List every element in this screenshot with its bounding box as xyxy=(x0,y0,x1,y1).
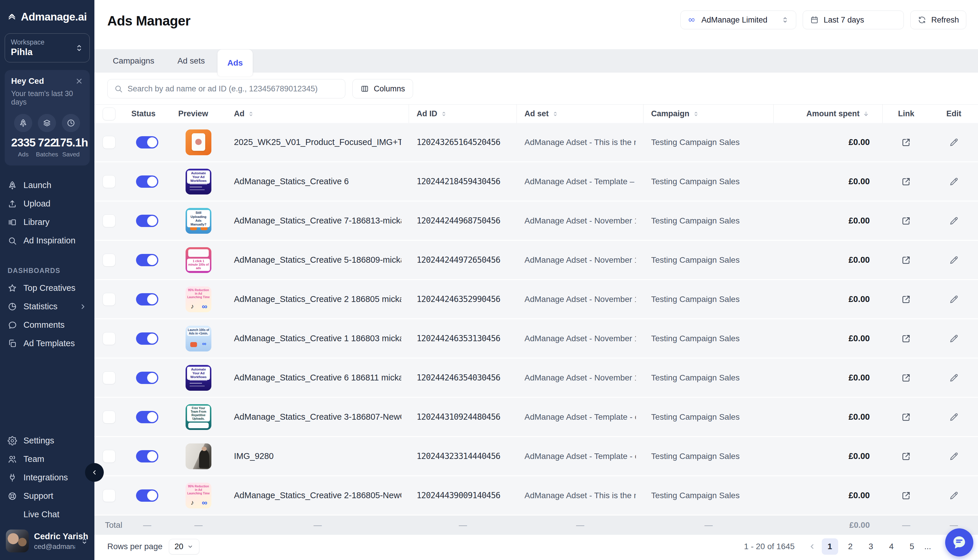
sidebar-item-settings[interactable]: Settings xyxy=(0,432,94,450)
columns-button[interactable]: Columns xyxy=(353,79,413,98)
status-toggle[interactable] xyxy=(136,136,158,148)
row-checkbox[interactable] xyxy=(103,411,115,423)
row-checkbox[interactable] xyxy=(103,253,115,267)
edit-ad-button[interactable] xyxy=(949,216,959,226)
ad-preview-thumbnail[interactable]: Automate Your Ad Workflows xyxy=(186,169,211,195)
ad-preview-thumbnail[interactable]: Free Your Team From Repetitive Uploads. xyxy=(186,404,211,430)
status-toggle[interactable] xyxy=(136,411,158,423)
workspace-selector[interactable]: Workspace Pihla xyxy=(5,33,90,62)
previous-page-button[interactable] xyxy=(806,541,818,552)
status-toggle[interactable] xyxy=(136,254,158,266)
row-checkbox[interactable] xyxy=(103,332,115,345)
edit-ad-button[interactable] xyxy=(949,373,959,383)
ad-name[interactable]: AdManage_Statics_Creative 2 186805 micka… xyxy=(234,294,401,304)
sidebar-collapse-button[interactable] xyxy=(85,463,104,482)
sidebar-item-upload[interactable]: Upload xyxy=(0,195,94,213)
status-toggle[interactable] xyxy=(136,175,158,188)
row-checkbox[interactable] xyxy=(103,214,115,227)
open-link-button[interactable] xyxy=(901,373,911,383)
ad-preview-thumbnail[interactable]: Still Uploading Ads Manually? xyxy=(186,208,211,234)
open-link-button[interactable] xyxy=(901,255,911,265)
sidebar-item-live-chat[interactable]: Live Chat xyxy=(0,505,94,524)
edit-ad-button[interactable] xyxy=(949,294,959,304)
open-link-button[interactable] xyxy=(901,177,911,187)
page-button-3[interactable]: 3 xyxy=(863,538,879,555)
ad-name[interactable]: 2025_WK25_V01_Product_Focused_IMG+TEXT_( xyxy=(234,137,401,147)
status-toggle[interactable] xyxy=(136,372,158,384)
ad-name[interactable]: AdManage_Statics_Creative 2-186805-NewCr… xyxy=(234,491,401,500)
ad-name[interactable]: IMG_9280 xyxy=(234,451,274,461)
page-button-4[interactable]: 4 xyxy=(883,538,900,555)
ad-preview-thumbnail[interactable]: 95% Reduction in Ad Launching Time xyxy=(186,483,211,508)
ad-preview-thumbnail[interactable] xyxy=(186,130,211,155)
column-header-ad-set[interactable]: Ad set xyxy=(517,105,644,123)
edit-ad-button[interactable] xyxy=(949,255,959,265)
select-all-checkbox[interactable] xyxy=(103,107,115,120)
open-link-button[interactable] xyxy=(901,451,911,461)
ad-name[interactable]: AdManage_Statics_Creative 6 186811 micka… xyxy=(234,373,401,383)
sidebar-item-support[interactable]: Support xyxy=(0,487,94,505)
edit-ad-button[interactable] xyxy=(949,333,959,343)
ad-name[interactable]: AdManage_Statics_Creative 6 xyxy=(234,177,349,186)
row-checkbox[interactable] xyxy=(103,136,115,149)
row-checkbox[interactable] xyxy=(103,293,115,306)
ad-account-selector[interactable]: AdManage Limited xyxy=(680,10,796,29)
row-checkbox[interactable] xyxy=(103,489,115,502)
tab-campaigns[interactable]: Campaigns xyxy=(102,49,165,73)
open-link-button[interactable] xyxy=(901,412,911,422)
status-toggle[interactable] xyxy=(136,332,158,345)
sidebar-item-ad-templates[interactable]: Ad Templates xyxy=(0,334,94,353)
row-checkbox[interactable] xyxy=(103,372,115,384)
sidebar-item-comments[interactable]: Comments xyxy=(0,316,94,334)
column-header-status[interactable]: Status xyxy=(124,105,171,123)
column-header-amount-spent[interactable]: Amount spent xyxy=(774,105,883,123)
column-header-preview[interactable]: Preview xyxy=(171,105,226,123)
column-header-ad[interactable]: Ad xyxy=(226,105,409,123)
status-toggle[interactable] xyxy=(136,450,158,462)
ad-name[interactable]: AdManage_Statics_Creative 7-186813-micka… xyxy=(234,216,401,225)
open-link-button[interactable] xyxy=(901,333,911,343)
edit-ad-button[interactable] xyxy=(949,451,959,461)
ad-name[interactable]: AdManage_Statics_Creative 3-186807-NewCr… xyxy=(234,412,401,422)
search-input[interactable] xyxy=(127,84,339,93)
page-button-2[interactable]: 2 xyxy=(842,538,859,555)
edit-ad-button[interactable] xyxy=(949,491,959,500)
ad-preview-thumbnail[interactable]: Automate Your Ad Workflows xyxy=(186,365,211,391)
rows-per-page-select[interactable]: 20 xyxy=(169,539,199,555)
status-toggle[interactable] xyxy=(136,293,158,305)
ad-preview-thumbnail[interactable]: 1 click 1 minute 100s of ads xyxy=(186,247,211,273)
live-chat-fab[interactable] xyxy=(945,528,973,557)
sidebar-item-top-creatives[interactable]: Top Creatives xyxy=(0,279,94,297)
row-checkbox[interactable] xyxy=(103,175,115,188)
sidebar-item-launch[interactable]: Launch xyxy=(0,176,94,195)
column-header-campaign[interactable]: Campaign xyxy=(644,105,774,123)
page-button-1[interactable]: 1 xyxy=(822,538,838,555)
open-link-button[interactable] xyxy=(901,137,911,147)
close-icon[interactable] xyxy=(75,77,83,85)
ad-preview-thumbnail[interactable] xyxy=(186,443,211,469)
sidebar-item-ad-inspiration[interactable]: Ad Inspiration xyxy=(0,232,94,250)
edit-ad-button[interactable] xyxy=(949,137,959,147)
edit-ad-button[interactable] xyxy=(949,177,959,187)
user-menu[interactable]: Cedric Yarish ced@admanag... xyxy=(6,530,89,552)
ad-preview-thumbnail[interactable]: Launch 100s of Ads in <1min. xyxy=(186,326,211,352)
row-checkbox[interactable] xyxy=(103,450,115,463)
brand[interactable]: Admanage.ai xyxy=(0,0,94,32)
refresh-button[interactable]: Refresh xyxy=(910,10,966,29)
column-header-ad-id[interactable]: Ad ID xyxy=(409,105,517,123)
ad-preview-thumbnail[interactable]: 95% Reduction in Ad Launching Time xyxy=(186,287,211,312)
ad-name[interactable]: AdManage_Statics_Creative 1 186803 micka… xyxy=(234,333,401,343)
sidebar-item-library[interactable]: Library xyxy=(0,213,94,232)
status-toggle[interactable] xyxy=(136,215,158,227)
ad-name[interactable]: AdManage_Statics_Creative 5-186809-micka… xyxy=(234,255,401,265)
sidebar-item-team[interactable]: Team xyxy=(0,450,94,468)
open-link-button[interactable] xyxy=(901,491,911,500)
tab-ads[interactable]: Ads xyxy=(217,49,253,76)
date-range-selector[interactable]: Last 7 days xyxy=(803,10,904,29)
sidebar-item-statistics[interactable]: Statistics xyxy=(0,297,94,316)
status-toggle[interactable] xyxy=(136,489,158,502)
page-button-5[interactable]: 5 xyxy=(904,538,920,555)
sidebar-item-integrations[interactable]: Integrations xyxy=(0,468,94,487)
edit-ad-button[interactable] xyxy=(949,412,959,422)
tab-ad-sets[interactable]: Ad sets xyxy=(165,49,217,73)
